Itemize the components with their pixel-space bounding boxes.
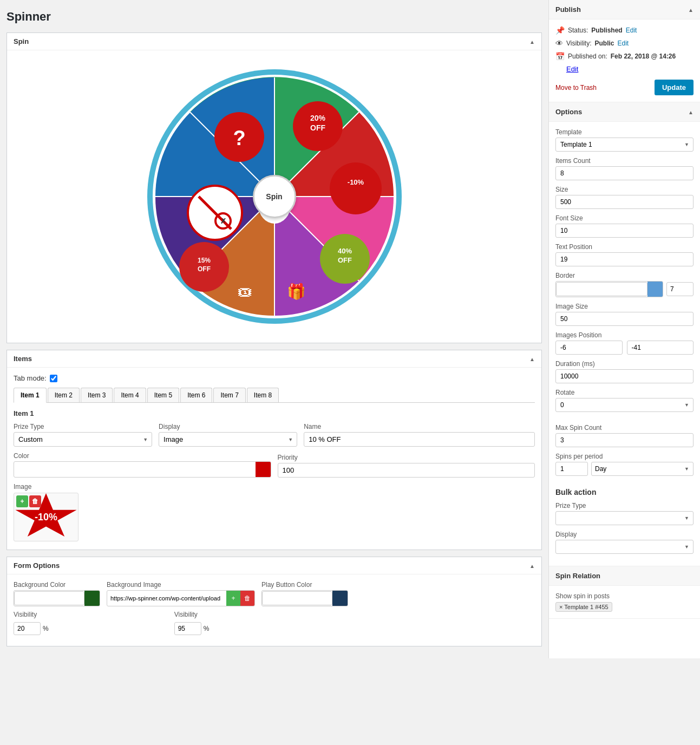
form-options-collapse-icon[interactable] xyxy=(529,561,535,570)
rotate-select-wrap: 0 90 180 270 xyxy=(555,398,694,412)
visibility-input[interactable]: 20 xyxy=(14,622,41,635)
options-collapse-icon[interactable] xyxy=(688,108,694,116)
prize-type-select[interactable]: Custom Coupon Free Shipping xyxy=(14,432,152,447)
visibility-icon: 👁 xyxy=(555,39,563,48)
spin-button[interactable]: Spin xyxy=(253,175,296,218)
tabs-row: Item 1 Item 2 Item 3 Item 4 Item 5 Item … xyxy=(14,388,535,403)
spin-section-title: Spin xyxy=(14,37,29,45)
icon-text-1: ? xyxy=(233,127,245,149)
visibility-label: Visibility xyxy=(14,611,49,618)
color-swatch[interactable] xyxy=(256,462,271,477)
tab-item-4[interactable]: Item 4 xyxy=(114,388,146,402)
spin-relation-header[interactable]: Spin Relation xyxy=(549,566,700,586)
form-options-section: Form Options Background Color Select Col… xyxy=(6,557,542,646)
image-size-label: Image Size xyxy=(555,303,694,310)
priority-input[interactable]: 100 xyxy=(278,463,535,478)
icon-text-4a: -10% xyxy=(347,178,364,186)
images-position-x-input[interactable]: -6 xyxy=(555,341,623,355)
border-width-input[interactable]: 7 xyxy=(666,282,694,296)
border-color-swatch[interactable] xyxy=(647,282,663,297)
items-count-input[interactable]: 8 xyxy=(555,166,694,180)
move-to-trash-link[interactable]: Move to Trash xyxy=(555,84,597,92)
tab-item-2[interactable]: Item 2 xyxy=(48,388,80,402)
visibility-label: Visibility: xyxy=(566,40,591,47)
tab-mode-checkbox[interactable] xyxy=(50,375,57,382)
spin-relation-tag-text: × Template 1 #455 xyxy=(559,604,609,610)
spins-period-select[interactable]: Day Week Month xyxy=(591,462,694,476)
side-column: Publish 📌 Status: Published Edit 👁 Visib… xyxy=(548,0,700,658)
status-edit-link[interactable]: Edit xyxy=(626,27,637,34)
spin-header: Spin xyxy=(7,33,541,50)
spins-row: 1 Day Week Month xyxy=(555,462,694,476)
template-select[interactable]: Template 1 Template 2 Template 3 xyxy=(555,138,694,152)
display-select[interactable]: Image Text Both xyxy=(159,432,297,447)
name-input[interactable]: 10 % OFF xyxy=(304,432,535,447)
published-edit-link[interactable]: Edit xyxy=(566,65,578,73)
bg-image-delete-button[interactable]: 🗑 xyxy=(240,591,254,606)
display-select-wrap: Image Text Both xyxy=(159,432,297,447)
publish-status-row: 📌 Status: Published Edit xyxy=(555,26,694,35)
max-spin-label: Max Spin Count xyxy=(555,424,694,432)
visibility-percent: % xyxy=(43,625,49,632)
max-spin-input[interactable]: 3 xyxy=(555,433,694,447)
add-image-button[interactable]: + xyxy=(16,495,28,507)
publish-collapse-icon[interactable] xyxy=(688,5,694,14)
icon-text-2b: OFF xyxy=(310,123,325,132)
spins-per-period-group: Spins per period 1 Day Week Month xyxy=(555,453,694,476)
color-input[interactable]: Select Color xyxy=(14,463,256,476)
spin-collapse-icon[interactable] xyxy=(529,37,535,45)
tab-mode-label: Tab mode: xyxy=(14,374,47,382)
bulk-action-title: Bulk action xyxy=(555,488,694,496)
play-btn-color-input[interactable]: Select Color xyxy=(262,591,332,605)
border-color-input[interactable]: Select Color xyxy=(556,282,647,296)
items-collapse-icon[interactable] xyxy=(529,355,535,363)
spacer-1 xyxy=(555,417,694,424)
update-button[interactable]: Update xyxy=(655,80,694,95)
text-position-input[interactable]: 19 xyxy=(555,252,694,266)
form-options-title: Form Options xyxy=(14,561,60,570)
bg-color-input[interactable]: Select Color xyxy=(14,591,84,605)
spin-body: ? 20% OFF ✗ -10% xyxy=(7,50,541,343)
images-position-y-input[interactable]: -41 xyxy=(627,341,694,355)
bg-image-add-button[interactable]: + xyxy=(226,591,240,606)
tab-item-1[interactable]: Item 1 xyxy=(14,388,47,403)
status-label: Status: xyxy=(568,27,588,34)
tab-item-7[interactable]: Item 7 xyxy=(213,388,245,402)
border-color-row: Select Color xyxy=(555,281,663,297)
bg-image-group: Background Image https://wp-spinner.com/… xyxy=(107,581,255,606)
tab-item-5[interactable]: Item 5 xyxy=(147,388,179,402)
delete-image-button[interactable]: 🗑 xyxy=(29,495,41,507)
bg-image-input[interactable]: https://wp-spinner.com/wp-content/upload xyxy=(107,592,226,604)
options-title: Options xyxy=(555,108,582,116)
options-header[interactable]: Options xyxy=(549,102,700,122)
tab-item-3[interactable]: Item 3 xyxy=(81,388,113,402)
bulk-prize-type-select[interactable]: Custom Coupon xyxy=(555,511,694,525)
size-label: Size xyxy=(555,186,694,193)
duration-input[interactable]: 10000 xyxy=(555,369,694,383)
spacer-2 xyxy=(555,481,694,488)
published-edit-row: Edit xyxy=(555,65,694,73)
prize-type-group: Prize Type Custom Coupon Free Shipping xyxy=(14,423,152,447)
status-value: Published xyxy=(591,27,622,34)
duration-label: Duration (ms) xyxy=(555,360,694,368)
items-section-title: Items xyxy=(14,355,32,363)
publish-header[interactable]: Publish xyxy=(549,0,700,19)
tab-item-6[interactable]: Item 6 xyxy=(180,388,212,402)
size-input[interactable]: 500 xyxy=(555,195,694,209)
bg-color-swatch[interactable] xyxy=(84,591,100,606)
items-body: Tab mode: Item 1 Item 2 Item 3 Item 4 It… xyxy=(7,368,541,550)
bg-visibility-group: Visibility 95 % xyxy=(174,611,210,635)
play-btn-color-swatch[interactable] xyxy=(332,591,348,606)
rotate-group: Rotate 0 90 180 270 xyxy=(555,389,694,412)
font-size-input[interactable]: 10 xyxy=(555,224,694,238)
rotate-select[interactable]: 0 90 180 270 xyxy=(555,398,694,412)
bg-visibility-input[interactable]: 95 xyxy=(174,622,201,635)
bulk-display-select[interactable]: Image Text xyxy=(555,540,694,554)
item-form-row-1: Prize Type Custom Coupon Free Shipping D… xyxy=(14,423,535,447)
items-count-label: Items Count xyxy=(555,157,694,165)
image-size-input[interactable]: 50 xyxy=(555,312,694,326)
play-btn-color-group: Play Button Color Select Color xyxy=(261,581,348,606)
tab-item-8[interactable]: Item 8 xyxy=(247,388,279,402)
spins-value-input[interactable]: 1 xyxy=(555,462,588,476)
visibility-edit-link[interactable]: Edit xyxy=(617,40,629,47)
